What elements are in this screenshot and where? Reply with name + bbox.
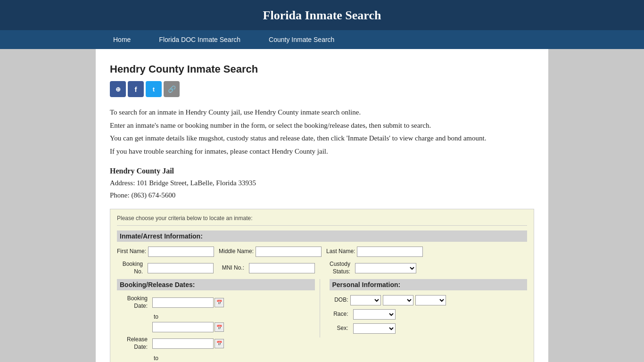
booking-date-from-wrapper: 📅 bbox=[152, 297, 224, 308]
custody-status-select[interactable]: Active Released bbox=[355, 263, 416, 273]
page-title: Hendry County Inmate Search bbox=[110, 63, 534, 75]
race-label: Race: bbox=[330, 311, 348, 318]
desc-line-3: You can get inmate details like mugshot,… bbox=[110, 132, 534, 145]
site-title: Florida Inmate Search bbox=[0, 8, 644, 23]
booking-dates-title: Booking/Release Dates: bbox=[117, 279, 315, 290]
dates-section: Booking/Release Dates: BookingDate: 📅 to… bbox=[117, 279, 320, 362]
personal-info-title: Personal Information: bbox=[330, 279, 528, 290]
jail-phone: Phone: (863) 674-5600 bbox=[110, 189, 534, 202]
booking-date-to-calendar[interactable]: 📅 bbox=[215, 322, 224, 332]
release-date-row: ReleaseDate: 📅 bbox=[117, 336, 315, 351]
booking-date-from-calendar[interactable]: 📅 bbox=[215, 298, 224, 307]
dob-month-select[interactable]: 01020304 05060708 09101112 bbox=[350, 295, 381, 305]
sex-select[interactable]: Male Female bbox=[353, 323, 396, 334]
sex-label: Sex: bbox=[330, 325, 348, 332]
first-name-group: First Name: bbox=[117, 247, 214, 257]
booking-date-label: BookingDate: bbox=[117, 295, 148, 310]
mni-no-label: MNI No.: bbox=[218, 264, 244, 272]
link-icon: 🔗 bbox=[168, 85, 176, 93]
last-name-input[interactable] bbox=[357, 247, 423, 257]
desc-line-4: If you have trouble searching for inmate… bbox=[110, 146, 534, 158]
release-date-from-input[interactable] bbox=[152, 338, 214, 349]
race-row: Race: White Black Hispanic Asian Other bbox=[330, 309, 528, 320]
nav-florida-doc[interactable]: Florida DOC Inmate Search bbox=[145, 30, 255, 49]
jail-name: Hendry County Jail bbox=[110, 167, 534, 175]
booking-no-input[interactable] bbox=[148, 263, 214, 273]
copy-link-button[interactable]: 🔗 bbox=[164, 81, 180, 97]
twitter-icon: t bbox=[153, 86, 155, 93]
last-name-label: Last Name: bbox=[326, 248, 355, 255]
booking-date-to-label: to bbox=[117, 313, 315, 320]
custody-status-label: CustodyStatus: bbox=[320, 261, 350, 275]
dob-day-select[interactable] bbox=[383, 295, 413, 305]
dob-row: DOB: 01020304 05060708 09101112 bbox=[330, 295, 528, 305]
dob-label: DOB: bbox=[330, 296, 348, 304]
dob-year-select[interactable] bbox=[415, 295, 446, 305]
facebook-button[interactable]: f bbox=[128, 81, 144, 97]
form-hint: Please choose your criteria below to loc… bbox=[117, 215, 527, 226]
booking-date-to-row: 📅 bbox=[117, 322, 315, 332]
main-nav: Home Florida DOC Inmate Search County In… bbox=[0, 30, 644, 49]
sex-row: Sex: Male Female bbox=[330, 323, 528, 334]
site-header: Florida Inmate Search bbox=[0, 0, 644, 30]
booking-date-from-input[interactable] bbox=[152, 297, 214, 308]
form-two-col: Booking/Release Dates: BookingDate: 📅 to… bbox=[117, 279, 527, 362]
desc-line-2: Enter an inmate's name or booking number… bbox=[110, 120, 534, 132]
release-date-to-label: to bbox=[117, 355, 315, 362]
race-select[interactable]: White Black Hispanic Asian Other bbox=[353, 309, 396, 320]
jail-info-block: Hendry County Jail Address: 101 Bridge S… bbox=[110, 167, 534, 201]
last-name-group: Last Name: bbox=[326, 247, 423, 257]
first-name-input[interactable] bbox=[148, 247, 214, 257]
first-name-label: First Name: bbox=[117, 248, 146, 255]
desc-line-1: To search for an inmate in Hendry County… bbox=[110, 107, 534, 119]
nav-home[interactable]: Home bbox=[99, 30, 145, 49]
booking-date-row: BookingDate: 📅 bbox=[117, 295, 315, 310]
booking-date-to-input[interactable] bbox=[152, 322, 214, 332]
description-block: To search for an inmate in Hendry County… bbox=[110, 107, 534, 157]
twitter-button[interactable]: t bbox=[146, 81, 162, 97]
jail-address: Address: 101 Bridge Street, LaBelle, Flo… bbox=[110, 177, 534, 189]
mni-no-input[interactable] bbox=[249, 263, 315, 273]
nav-county[interactable]: County Inmate Search bbox=[255, 30, 348, 49]
release-date-label: ReleaseDate: bbox=[117, 336, 148, 351]
booking-date-to-wrapper: 📅 bbox=[152, 322, 224, 332]
middle-name-group: Middle Name: bbox=[219, 247, 322, 257]
name-row: First Name: Middle Name: Last Name: bbox=[117, 247, 527, 257]
share-button[interactable]: ⊕ bbox=[110, 81, 126, 97]
social-share-bar: ⊕ f t 🔗 bbox=[110, 81, 534, 97]
middle-name-label: Middle Name: bbox=[219, 248, 254, 255]
inmate-section-title: Inmate/Arrest Information: bbox=[117, 230, 527, 242]
facebook-icon: f bbox=[135, 85, 137, 93]
main-content: Hendry County Inmate Search ⊕ f t 🔗 To s… bbox=[96, 49, 548, 362]
personal-section: Personal Information: DOB: 01020304 0506… bbox=[320, 279, 528, 337]
booking-mni-custody-row: BookingNo. MNI No.: CustodyStatus: Activ… bbox=[117, 261, 527, 275]
release-date-from-wrapper: 📅 bbox=[152, 338, 224, 349]
release-date-from-calendar[interactable]: 📅 bbox=[215, 339, 224, 348]
middle-name-input[interactable] bbox=[256, 247, 322, 257]
search-form-container: Please choose your criteria below to loc… bbox=[110, 209, 534, 362]
booking-no-label: BookingNo. bbox=[117, 261, 143, 275]
